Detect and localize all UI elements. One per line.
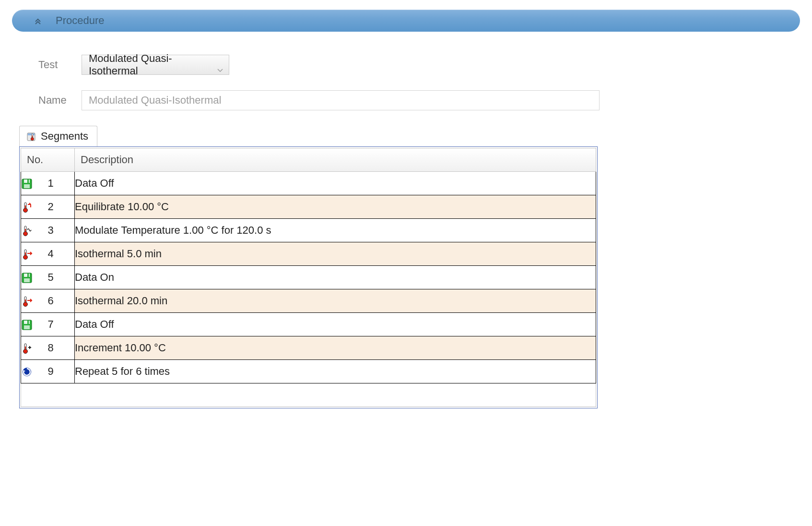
segment-description: Increment 10.00 °C: [75, 336, 596, 360]
segment-description: Equilibrate 10.00 °C: [75, 195, 596, 219]
segment-description: Modulate Temperature 1.00 °C for 120.0 s: [75, 219, 596, 242]
therm-plus-icon: [21, 336, 48, 360]
test-label: Test: [38, 59, 82, 71]
dropdown-caret-icon: [217, 63, 223, 67]
tab-segments-label: Segments: [41, 130, 88, 143]
disk-icon: [21, 313, 48, 336]
segment-number: 9: [48, 360, 75, 383]
col-header-no[interactable]: No.: [21, 148, 75, 172]
table-row[interactable]: 8Increment 10.00 °C: [21, 336, 596, 360]
col-header-description[interactable]: Description: [75, 148, 596, 172]
therm-arrow-icon: [21, 289, 48, 313]
panel-header-title: Procedure: [56, 14, 105, 27]
segment-number: 4: [48, 242, 75, 266]
segment-number: 2: [48, 195, 75, 219]
disk-icon: [21, 172, 48, 195]
therm-arrow-icon: [21, 242, 48, 266]
repeat-icon: [21, 360, 48, 383]
disk-icon: [21, 266, 48, 289]
segment-number: 1: [48, 172, 75, 195]
segments-table: No. Description 1Data Off2Equilibrate 10…: [21, 148, 596, 407]
segment-description: Data Off: [75, 172, 596, 195]
segment-description: Repeat 5 for 6 times: [75, 360, 596, 383]
therm-turn-icon: [21, 195, 48, 219]
segments-table-container: No. Description 1Data Off2Equilibrate 10…: [19, 146, 598, 408]
test-select[interactable]: Modulated Quasi-Isothermal: [82, 55, 229, 75]
therm-wave-icon: [21, 219, 48, 242]
table-row[interactable]: 2Equilibrate 10.00 °C: [21, 195, 596, 219]
table-row[interactable]: 5Data On: [21, 266, 596, 289]
segments-tab-icon: [26, 132, 36, 141]
table-row[interactable]: 7Data Off: [21, 313, 596, 336]
tab-segments[interactable]: Segments: [19, 126, 97, 146]
segment-number: 3: [48, 219, 75, 242]
panel-header[interactable]: Procedure: [12, 10, 800, 32]
table-row[interactable]: 4Isothermal 5.0 min: [21, 242, 596, 266]
segment-description: Data On: [75, 266, 596, 289]
table-row[interactable]: 6Isothermal 20.0 min: [21, 289, 596, 313]
table-row[interactable]: 9Repeat 5 for 6 times: [21, 360, 596, 383]
name-input[interactable]: [82, 90, 600, 110]
name-label: Name: [38, 94, 82, 107]
segment-number: 8: [48, 336, 75, 360]
table-footer-blank-row: [21, 383, 596, 407]
segment-description: Isothermal 5.0 min: [75, 242, 596, 266]
table-row[interactable]: 1Data Off: [21, 172, 596, 195]
segment-number: 6: [48, 289, 75, 313]
segment-number: 5: [48, 266, 75, 289]
table-row[interactable]: 3Modulate Temperature 1.00 °C for 120.0 …: [21, 219, 596, 242]
segment-number: 7: [48, 313, 75, 336]
segment-description: Isothermal 20.0 min: [75, 289, 596, 313]
collapse-chevron-icon[interactable]: [34, 16, 42, 25]
test-select-value: Modulated Quasi-Isothermal: [89, 52, 212, 77]
segment-description: Data Off: [75, 313, 596, 336]
